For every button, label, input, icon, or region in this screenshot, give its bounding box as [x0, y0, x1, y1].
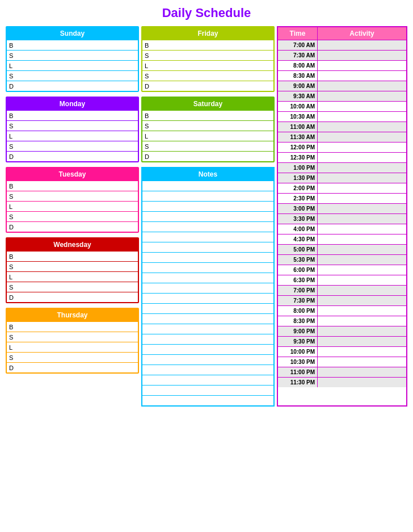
schedule-row-1[interactable]: 7:00 AM — [278, 40, 406, 50]
schedule-row-13[interactable]: 1:00 PM — [278, 162, 406, 173]
saturday-header: Saturday — [142, 98, 273, 110]
schedule-row-19[interactable]: 4:00 PM — [278, 224, 406, 234]
activity-cell-32[interactable] — [318, 357, 406, 367]
schedule-row-17[interactable]: 3:00 PM — [278, 203, 406, 213]
notes-row-17[interactable] — [142, 344, 273, 354]
activity-cell-20[interactable] — [318, 234, 406, 244]
schedule-row-16[interactable]: 2:30 PM — [278, 193, 406, 203]
schedule-row-33[interactable]: 11:00 PM — [278, 367, 406, 377]
activity-cell-16[interactable] — [318, 194, 406, 203]
notes-row-4[interactable] — [142, 211, 273, 221]
notes-row-1[interactable] — [142, 181, 273, 191]
notes-row-2[interactable] — [142, 191, 273, 201]
activity-cell-24[interactable] — [318, 275, 406, 285]
activity-cell-7[interactable] — [318, 102, 406, 111]
schedule-row-15[interactable]: 2:00 PM — [278, 183, 406, 193]
sunday-row-b: B — [7, 40, 138, 50]
activity-cell-19[interactable] — [318, 224, 406, 234]
schedule-row-21[interactable]: 5:00 PM — [278, 244, 406, 254]
activity-cell-1[interactable] — [318, 40, 406, 50]
notes-row-13[interactable] — [142, 303, 273, 313]
monday-row-d: D — [7, 151, 138, 161]
schedule-row-31[interactable]: 10:00 PM — [278, 346, 406, 357]
activity-cell-29[interactable] — [318, 326, 406, 336]
schedule-row-14[interactable]: 1:30 PM — [278, 173, 406, 183]
activity-cell-10[interactable] — [318, 132, 406, 142]
schedule-row-4[interactable]: 8:30 AM — [278, 70, 406, 81]
activity-cell-31[interactable] — [318, 347, 406, 357]
wednesday-row-d: D — [7, 292, 138, 302]
schedule-row-9[interactable]: 11:00 AM — [278, 122, 406, 132]
activity-cell-17[interactable] — [318, 204, 406, 213]
notes-row-15[interactable] — [142, 324, 273, 334]
activity-cell-28[interactable] — [318, 316, 406, 326]
notes-row-3[interactable] — [142, 201, 273, 211]
notes-row-14[interactable] — [142, 313, 273, 324]
notes-row-19[interactable] — [142, 365, 273, 375]
schedule-row-34[interactable]: 11:30 PM — [278, 377, 406, 387]
schedule-row-10[interactable]: 11:30 AM — [278, 132, 406, 142]
notes-row-16[interactable] — [142, 334, 273, 344]
schedule-row-3[interactable]: 8:00 AM — [278, 60, 406, 70]
notes-row-18[interactable] — [142, 354, 273, 365]
notes-row-9[interactable] — [142, 262, 273, 273]
notes-row-20[interactable] — [142, 375, 273, 385]
schedule-row-24[interactable]: 6:30 PM — [278, 275, 406, 285]
activity-cell-5[interactable] — [318, 81, 406, 91]
time-cell-20: 4:30 PM — [278, 234, 318, 244]
activity-cell-9[interactable] — [318, 122, 406, 132]
activity-cell-34[interactable] — [318, 378, 406, 387]
notes-row-21[interactable] — [142, 385, 273, 395]
activity-cell-27[interactable] — [318, 306, 406, 316]
schedule-row-27[interactable]: 8:00 PM — [278, 305, 406, 316]
notes-row-12[interactable] — [142, 293, 273, 303]
activity-cell-12[interactable] — [318, 153, 406, 162]
friday-row-s2: S — [142, 70, 273, 81]
schedule-row-12[interactable]: 12:30 PM — [278, 152, 406, 162]
activity-cell-11[interactable] — [318, 143, 406, 152]
activity-cell-8[interactable] — [318, 112, 406, 122]
activity-cell-33[interactable] — [318, 367, 406, 377]
activity-cell-25[interactable] — [318, 286, 406, 295]
thursday-row-l: L — [7, 342, 138, 352]
activity-cell-3[interactable] — [318, 61, 406, 70]
notes-row-22[interactable] — [142, 395, 273, 405]
activity-cell-21[interactable] — [318, 245, 406, 254]
schedule-row-28[interactable]: 8:30 PM — [278, 316, 406, 326]
schedule-row-6[interactable]: 9:30 AM — [278, 91, 406, 101]
schedule-row-18[interactable]: 3:30 PM — [278, 213, 406, 224]
activity-cell-13[interactable] — [318, 163, 406, 173]
schedule-row-30[interactable]: 9:30 PM — [278, 336, 406, 346]
activity-cell-6[interactable] — [318, 91, 406, 101]
activity-cell-18[interactable] — [318, 214, 406, 224]
notes-row-7[interactable] — [142, 242, 273, 252]
notes-row-8[interactable] — [142, 252, 273, 262]
activity-cell-26[interactable] — [318, 296, 406, 305]
notes-row-6[interactable] — [142, 232, 273, 242]
friday-row-d: D — [142, 81, 273, 91]
notes-row-10[interactable] — [142, 273, 273, 283]
schedule-row-5[interactable]: 9:00 AM — [278, 81, 406, 91]
activity-cell-15[interactable] — [318, 183, 406, 193]
schedule-row-8[interactable]: 10:30 AM — [278, 111, 406, 122]
schedule-row-20[interactable]: 4:30 PM — [278, 234, 406, 244]
schedule-row-26[interactable]: 7:30 PM — [278, 295, 406, 305]
schedule-row-7[interactable]: 10:00 AM — [278, 101, 406, 111]
schedule-row-29[interactable]: 9:00 PM — [278, 326, 406, 336]
activity-cell-4[interactable] — [318, 71, 406, 81]
schedule-row-2[interactable]: 7:30 AM — [278, 50, 406, 60]
main-container: Sunday B S L S D Monday B S L S D Tuesda… — [6, 26, 407, 407]
schedule-row-25[interactable]: 7:00 PM — [278, 285, 406, 295]
schedule-row-23[interactable]: 6:00 PM — [278, 265, 406, 275]
activity-cell-30[interactable] — [318, 337, 406, 346]
activity-cell-22[interactable] — [318, 255, 406, 265]
activity-cell-2[interactable] — [318, 51, 406, 60]
schedule-row-11[interactable]: 12:00 PM — [278, 142, 406, 152]
time-cell-28: 8:30 PM — [278, 316, 318, 326]
schedule-row-22[interactable]: 5:30 PM — [278, 254, 406, 265]
activity-cell-23[interactable] — [318, 265, 406, 275]
activity-cell-14[interactable] — [318, 173, 406, 183]
notes-row-11[interactable] — [142, 283, 273, 293]
schedule-row-32[interactable]: 10:30 PM — [278, 357, 406, 367]
notes-row-5[interactable] — [142, 221, 273, 232]
